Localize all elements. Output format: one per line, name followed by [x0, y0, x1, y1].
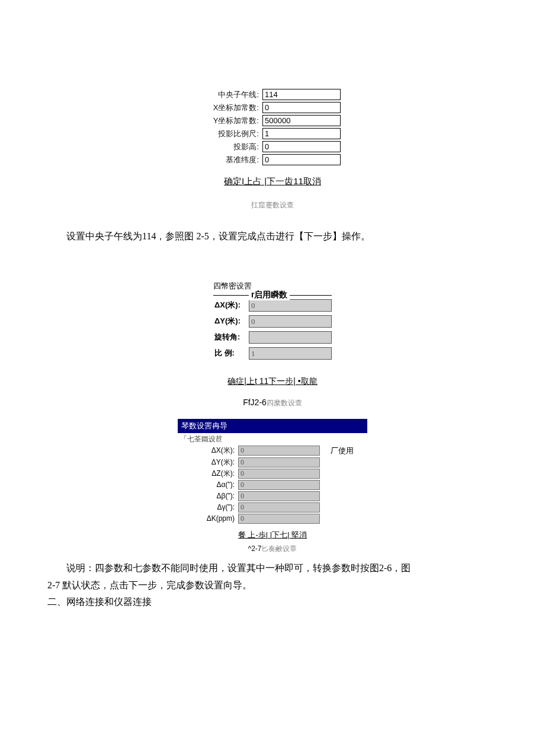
label-proj-height: 投影高:	[204, 142, 262, 152]
dialog3-caption: ^2-7匕奏鹸设章	[47, 544, 498, 554]
paragraph-explain-1: 说明：四参数和七参数不能同时使用，设置其中一种即可，转换参数时按图2-6，图	[47, 560, 498, 577]
dialog1-caption: 扛窟蹇数设查	[47, 200, 498, 210]
input-7-dy[interactable]: 0	[238, 457, 320, 467]
label-dy: ΔY(米):	[213, 316, 249, 326]
label-dx: ΔX(米):	[213, 300, 249, 310]
input-rotation[interactable]	[249, 331, 332, 344]
dialog1-buttons[interactable]: 确定I上占 |下一齿11取消	[47, 176, 498, 187]
heading-network: 二、网络连接和仪器连接	[47, 594, 498, 611]
label-7-db: Δβ("):	[178, 492, 238, 500]
label-rotation: 旋转角:	[213, 332, 249, 342]
seven-params-dialog: 琴数设罟冉导 「七荃鐵设苣 ΔX(米): 0 厂使用 ΔY(米): 0 ΔZ(米…	[178, 419, 367, 524]
dialog3-titlebar: 琴数设罟冉导	[178, 419, 367, 433]
label-x-offset: X坐标加常数:	[204, 102, 262, 113]
input-y-offset[interactable]: 500000	[262, 115, 341, 126]
dialog3-buttons[interactable]: 餐 上-歩| |下七| 堅消	[47, 530, 498, 540]
input-x-offset[interactable]: 0	[262, 102, 341, 113]
dialog2-buttons[interactable]: 确症|上t 11下一步| •取龍	[47, 376, 498, 387]
input-base-lat[interactable]: 0	[262, 154, 341, 165]
paragraph-set-meridian: 设置中央子午线为114，参照图 2-5，设置完成点击进行【下一步】操作。	[47, 228, 498, 245]
dialog3-group-label: 「七荃鐵设苣	[178, 433, 367, 444]
label-7-dx: ΔX(米):	[178, 446, 238, 456]
paragraph-explain-2: 2-7 默认状态，点击下一步，完成参数设置向导。	[47, 577, 498, 594]
checkbox-use-label[interactable]: 厂使用	[320, 446, 354, 456]
label-7-da: Δα("):	[178, 480, 238, 489]
input-ratio[interactable]: 1	[249, 347, 332, 360]
dialog2-group-label: r启用瞬数	[249, 290, 290, 300]
label-7-dk: ΔK(ppm)	[178, 514, 238, 523]
input-7-db[interactable]: 0	[238, 491, 320, 501]
label-y-offset: Y坐标加常数:	[204, 116, 262, 126]
dialog3-caption-prefix: ^2-7	[248, 544, 262, 553]
label-scale: 投影比例尺:	[204, 129, 262, 139]
dialog2-caption-grey: 四糜数设查	[267, 399, 302, 407]
input-meridian[interactable]: 114	[262, 89, 341, 100]
four-params-dialog: r启用瞬数 ΔX(米): 0 ΔY(米): 0 旋转角: 比 例: 1	[213, 295, 332, 360]
label-base-lat: 基准纬度:	[204, 155, 262, 165]
label-7-dz: ΔZ(米):	[178, 469, 238, 479]
projection-params-dialog: 中央子午线: 114 X坐标加常数: 0 Y坐标加常数: 500000 投影比例…	[204, 89, 341, 165]
input-proj-height[interactable]: 0	[262, 141, 341, 152]
dialog2-caption: FfJ2-6四糜数设查	[47, 398, 498, 408]
input-7-da[interactable]: 0	[238, 480, 320, 490]
dialog3-caption-grey: 匕奏鹸设章	[261, 544, 297, 553]
dialog2-caption-prefix: FfJ2-6	[243, 398, 267, 407]
input-dy[interactable]: 0	[249, 315, 332, 328]
input-scale[interactable]: 1	[262, 128, 341, 139]
label-meridian: 中央子午线:	[204, 89, 262, 100]
label-ratio: 比 例:	[213, 348, 249, 358]
input-dx[interactable]: 0	[249, 299, 332, 312]
input-7-dk[interactable]: 0	[238, 514, 320, 524]
label-7-dg: Δγ("):	[178, 503, 238, 511]
label-7-dy: ΔY(米):	[178, 457, 238, 467]
input-7-dz[interactable]: 0	[238, 469, 320, 479]
input-7-dg[interactable]: 0	[238, 502, 320, 512]
input-7-dx[interactable]: 0	[238, 446, 320, 456]
